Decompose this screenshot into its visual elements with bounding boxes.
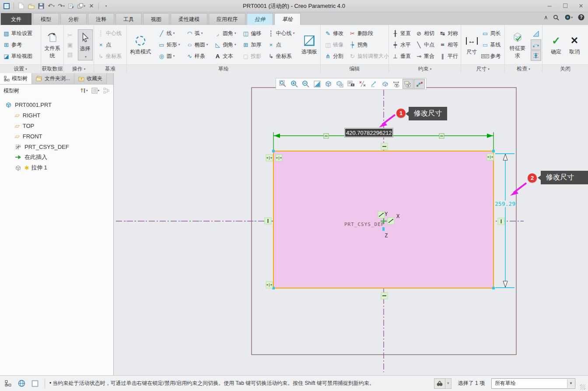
- group-label-operations[interactable]: 操作: [64, 64, 94, 73]
- tree-item-right-plane[interactable]: ▱ RIGHT: [0, 110, 113, 120]
- saved-orientations-icon[interactable]: [334, 79, 345, 89]
- group-label-sketching[interactable]: 草绘: [127, 64, 320, 73]
- constraint-vertical-button[interactable]: ╂竖直: [391, 28, 412, 39]
- cancel-button[interactable]: ✕ 取消: [567, 33, 581, 56]
- tree-item-extrude[interactable]: ✱ 拉伸 1: [0, 162, 113, 173]
- group-label-editing[interactable]: 编辑: [321, 64, 388, 73]
- text-button[interactable]: A文本: [213, 50, 237, 62]
- sketch-centerline-button[interactable]: ┆中心线: [266, 28, 296, 39]
- feature-requirements-button[interactable]: 特征要求: [506, 29, 529, 60]
- shade-closed-loops-button[interactable]: [531, 28, 541, 39]
- zoom-out-icon[interactable]: [300, 79, 311, 89]
- new-file-icon[interactable]: [17, 2, 25, 10]
- file-system-button[interactable]: 文件系统: [42, 29, 63, 60]
- group-label-inspect[interactable]: 检查: [505, 64, 542, 73]
- tab-model-tree[interactable]: 模型树: [0, 73, 32, 84]
- search-icon[interactable]: [553, 14, 559, 21]
- datum-point-button[interactable]: ×点: [96, 39, 112, 50]
- divide-button[interactable]: ⋔分割: [323, 50, 344, 62]
- navigator-toggle-icon[interactable]: [3, 378, 13, 389]
- tree-item-part[interactable]: PRT0001.PRT: [0, 99, 113, 110]
- tree-item-top-plane[interactable]: ▱ TOP: [0, 120, 113, 131]
- tab-sketch[interactable]: 草绘: [274, 13, 301, 25]
- width-dimension-input[interactable]: [344, 128, 393, 137]
- circle-button[interactable]: ◎圆: [157, 50, 181, 62]
- tab-favorites[interactable]: ✶ 收藏夹: [74, 73, 107, 84]
- tree-show-icon[interactable]: [103, 88, 110, 94]
- tab-flexible-modeling[interactable]: 柔性建模: [171, 13, 207, 25]
- filter-dropdown-caret[interactable]: ▼: [567, 379, 574, 388]
- construction-mode-button[interactable]: 构造模式: [128, 33, 153, 56]
- corner-button[interactable]: ┾拐角: [348, 39, 388, 50]
- sync-icon[interactable]: ▾: [564, 14, 573, 21]
- constraint-horizontal-button[interactable]: ┿水平: [391, 39, 412, 50]
- tab-folder-browser[interactable]: 文件夹浏...: [32, 73, 74, 84]
- constraint-parallel-button[interactable]: ∥平行: [438, 50, 459, 62]
- height-dimension-label[interactable]: 259.29: [494, 201, 516, 207]
- zoom-in-icon[interactable]: [289, 79, 300, 89]
- undo-icon[interactable]: ↶▾: [47, 2, 55, 10]
- chamfer-button[interactable]: ◺倒角: [213, 39, 237, 50]
- group-label-get-data[interactable]: 获取数据: [41, 64, 63, 73]
- copy-button[interactable]: ▣: [65, 40, 77, 49]
- group-label-setup[interactable]: 设置: [0, 64, 41, 73]
- constraint-midpoint-button[interactable]: ╲中点: [414, 39, 435, 50]
- open-file-icon[interactable]: [27, 2, 35, 10]
- constraint-display-icon[interactable]: [402, 79, 413, 89]
- minimize-button[interactable]: ─: [545, 3, 554, 9]
- datum-centerline-button[interactable]: ┊中心线: [96, 28, 122, 39]
- display-style-icon[interactable]: [323, 79, 334, 89]
- rectangle-button[interactable]: ▭矩形: [157, 39, 181, 50]
- baseline-button[interactable]: ▭基线: [481, 39, 502, 50]
- delete-segment-button[interactable]: ✂删除段: [348, 28, 388, 39]
- annotation-display-icon[interactable]: [368, 79, 379, 89]
- palette-button[interactable]: 选项板: [300, 33, 319, 56]
- tab-model[interactable]: 模型: [33, 13, 59, 25]
- constraint-tangent-button[interactable]: ⊘相切: [414, 28, 435, 39]
- datum-csys-button[interactable]: ↳坐标系: [96, 50, 122, 62]
- group-label-dimension[interactable]: 尺寸: [461, 64, 504, 73]
- tab-applications[interactable]: 应用程序: [209, 13, 245, 25]
- select-button[interactable]: 选择: [78, 29, 93, 60]
- offset-button[interactable]: ◫偏移: [241, 28, 262, 39]
- sketch-csys-button[interactable]: ↳坐标系: [266, 50, 296, 62]
- group-label-constrain[interactable]: 约束: [389, 64, 461, 73]
- tree-item-csys[interactable]: yxz PRT_CSYS_DEF: [0, 141, 113, 152]
- constraint-symmetric-button[interactable]: ↹对称: [438, 28, 459, 39]
- close-window-icon[interactable]: ✕: [88, 2, 95, 10]
- windows-icon[interactable]: ▾: [77, 2, 85, 10]
- browser-toggle-icon[interactable]: [16, 378, 27, 389]
- help-icon[interactable]: ?: [578, 14, 584, 21]
- app-icon[interactable]: [3, 2, 10, 10]
- sketcher-display-filters-icon[interactable]: [414, 79, 425, 89]
- view-manager-icon[interactable]: [346, 79, 357, 89]
- csys-label[interactable]: PRT_CSYS_DEF: [344, 222, 384, 227]
- spin-center-icon[interactable]: [380, 79, 391, 89]
- repaint-icon[interactable]: [312, 79, 322, 89]
- select-dropdown-caret[interactable]: [84, 53, 87, 59]
- tab-tools[interactable]: 工具: [116, 13, 142, 25]
- mirror-button[interactable]: ◫镜像: [323, 39, 344, 50]
- full-screen-toggle-icon[interactable]: [30, 378, 40, 389]
- overlapping-geometry-button[interactable]: [531, 50, 541, 61]
- tab-analysis[interactable]: 分析: [60, 13, 87, 25]
- zoom-window-icon[interactable]: [277, 79, 288, 89]
- tree-tools-icon[interactable]: ▾: [80, 88, 88, 94]
- constraint-perpendicular-button[interactable]: ⊥垂直: [391, 50, 412, 62]
- dimension-button[interactable]: ↔ 尺寸: [464, 33, 480, 56]
- maximize-button[interactable]: ☐: [561, 3, 570, 9]
- tab-extrude[interactable]: 拉伸: [247, 13, 273, 25]
- minimize-ribbon-icon[interactable]: ∧: [544, 14, 548, 21]
- find-dropdown-caret[interactable]: ▼: [445, 378, 452, 389]
- datum-display-filters-icon[interactable]: [357, 79, 368, 89]
- project-button[interactable]: ▢投影: [241, 50, 262, 62]
- tab-annotate[interactable]: 注释: [88, 13, 114, 25]
- resize-grip[interactable]: [580, 384, 585, 390]
- paste-button[interactable]: ▤: [65, 49, 77, 59]
- spline-button[interactable]: ∿样条: [185, 50, 209, 62]
- redo-icon[interactable]: ↷▾: [57, 2, 65, 10]
- tree-settings-icon[interactable]: ▾: [91, 88, 99, 94]
- tab-view[interactable]: 视图: [143, 13, 169, 25]
- group-label-datum[interactable]: 基准: [94, 64, 126, 73]
- customize-qat-icon[interactable]: ▾: [102, 2, 110, 10]
